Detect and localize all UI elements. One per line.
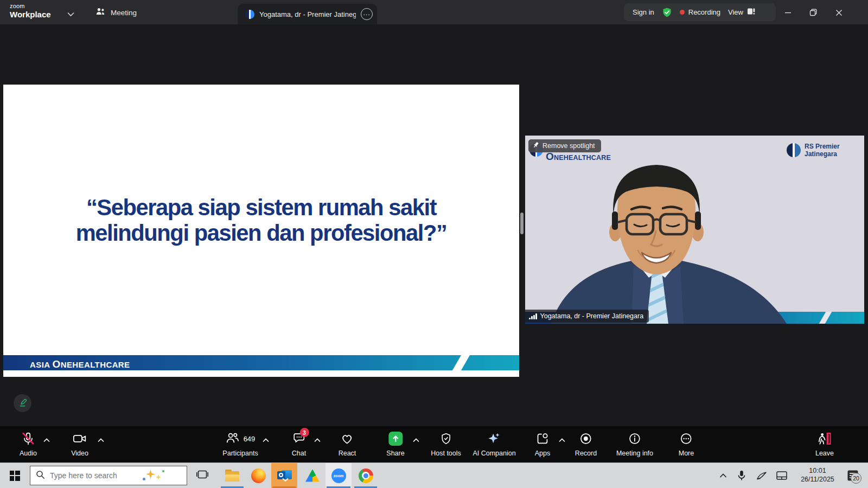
zoom-logo: zoom Workplace: [10, 3, 51, 18]
share-chevron-up-icon[interactable]: [413, 435, 419, 445]
react-label: React: [339, 450, 356, 457]
heart-icon: [340, 432, 354, 446]
apps-label: Apps: [535, 450, 551, 457]
react-button[interactable]: React: [339, 432, 356, 457]
leave-button[interactable]: Leave: [815, 432, 834, 457]
chat-button[interactable]: 3 Chat: [292, 432, 306, 457]
record-button[interactable]: Record: [575, 432, 597, 457]
host-tools-button[interactable]: Host tools: [431, 432, 461, 457]
more-button[interactable]: More: [679, 432, 694, 457]
slide-brand-word1: ASIA: [30, 360, 50, 369]
windows-taskbar: zoom 10:01 26/11/2025: [0, 463, 868, 488]
tab-meeting-label: Meeting: [111, 9, 137, 17]
more-ellipsis-icon: [679, 432, 693, 446]
share-icon: [388, 432, 403, 446]
windows-logo-icon: [10, 471, 20, 481]
pin-icon: [533, 142, 539, 150]
meeting-logo-icon: [245, 10, 254, 19]
search-highlights-sparkles-icon: [142, 468, 170, 483]
search-input[interactable]: [50, 471, 137, 480]
scrollbar-thumb[interactable]: [520, 213, 524, 234]
footer-slash-accent: [452, 355, 470, 370]
taskbar-clock[interactable]: 10:01 26/11/2025: [788, 466, 847, 484]
start-button[interactable]: [5, 463, 24, 488]
people-icon: [95, 7, 106, 18]
audio-label: Audio: [20, 450, 37, 457]
ai-companion-button[interactable]: AI Companion: [473, 432, 515, 457]
shield-icon: [439, 432, 452, 446]
participant-name: Yogatama, dr - Premier Jatinegara: [540, 312, 644, 320]
host-tools-label: Host tools: [431, 450, 461, 457]
hospital-logo: RS Premier Jatinegara: [787, 143, 840, 158]
tray-pen-icon[interactable]: [752, 463, 771, 488]
task-view-button[interactable]: [191, 463, 214, 488]
file-explorer-icon: [225, 470, 239, 481]
close-button[interactable]: [831, 7, 847, 18]
chat-chevron-up-icon[interactable]: [314, 435, 321, 445]
view-label: View: [728, 8, 743, 16]
remove-spotlight-button[interactable]: Remove spotlight: [528, 139, 601, 152]
tab-options-ellipsis-icon[interactable]: ...: [361, 8, 373, 20]
mic-muted-icon: [21, 432, 35, 446]
slide-title: “Seberapa siap sistem rumah sakit melind…: [11, 195, 511, 246]
leave-label: Leave: [815, 450, 834, 457]
signal-bars-icon: [529, 313, 537, 319]
apps-icon: [535, 432, 550, 446]
taskbar-chrome[interactable]: [353, 463, 379, 488]
security-shield-icon[interactable]: [662, 7, 672, 17]
zoom-meeting-window: zoom Workplace Meeting Yogatama, dr - Pr…: [0, 0, 868, 488]
tab-meeting[interactable]: Meeting: [95, 5, 137, 20]
video-chevron-up-icon[interactable]: [98, 435, 104, 445]
audio-button[interactable]: Audio: [20, 432, 37, 457]
participants-button[interactable]: 649 Participants: [222, 432, 258, 457]
zoom-app-icon: zoom: [331, 468, 346, 483]
participants-chevron-up-icon[interactable]: [263, 435, 269, 445]
participants-icon: [226, 431, 240, 447]
video-button[interactable]: Video: [71, 432, 88, 457]
ai-companion-label: AI Companion: [473, 450, 515, 457]
apps-button[interactable]: Apps: [535, 432, 551, 457]
slide-title-line1: “Seberapa siap sistem rumah sakit: [11, 195, 511, 220]
taskbar-search[interactable]: [30, 466, 187, 485]
tab-active-meeting[interactable]: Yogatama, dr - Premier Jatinegara ...: [238, 4, 377, 24]
info-icon: [628, 432, 642, 446]
pencil-icon: [17, 397, 28, 410]
video-label: Video: [71, 450, 88, 457]
leave-icon: [817, 432, 832, 446]
taskbar-file-explorer[interactable]: [219, 463, 245, 488]
spotlight-video-tile[interactable]: ONEHEALTHCARE Remove spotlight RS Premie…: [525, 136, 864, 324]
tray-mic-icon[interactable]: [732, 463, 751, 488]
notification-center-button[interactable]: 20: [841, 463, 865, 488]
taskbar-outlook[interactable]: [271, 463, 297, 488]
tray-time: 10:01: [788, 466, 847, 475]
slide-brand-word2: ONEHEALTHCARE: [52, 358, 130, 370]
audio-chevron-up-icon[interactable]: [43, 435, 50, 445]
onehealthcare-logo-text: ONEHEALTHCARE: [546, 151, 611, 163]
taskbar-firefox[interactable]: [245, 463, 271, 488]
share-label: Share: [386, 450, 404, 457]
firefox-icon: [251, 468, 266, 483]
ai-sparkle-icon: [487, 432, 501, 446]
annotate-button[interactable]: [14, 394, 31, 412]
view-layout-icon: [747, 8, 755, 17]
workspace-chevron-down-icon[interactable]: [67, 9, 74, 19]
sign-in-button[interactable]: Sign in: [633, 8, 654, 16]
record-label: Record: [575, 450, 597, 457]
minimize-button[interactable]: [780, 7, 796, 18]
participants-count: 649: [244, 435, 256, 443]
meeting-info-button[interactable]: Meeting info: [616, 432, 653, 457]
shared-screen-slide: “Seberapa siap sistem rumah sakit melind…: [3, 85, 519, 377]
recording-indicator[interactable]: Recording: [680, 8, 720, 16]
maximize-button[interactable]: [805, 7, 821, 18]
share-button[interactable]: Share: [386, 432, 404, 457]
task-view-icon: [196, 468, 209, 483]
tray-chevron-up-icon[interactable]: [714, 463, 732, 488]
zoom-workspace-label: Workplace: [10, 10, 51, 18]
apps-chevron-up-icon[interactable]: [559, 435, 565, 445]
taskbar-zoom[interactable]: zoom: [326, 463, 352, 488]
google-drive-icon: [305, 470, 320, 482]
view-button[interactable]: View: [728, 8, 755, 17]
taskbar-google-drive[interactable]: [299, 463, 326, 488]
hospital-logo-line2: Jatinegara: [805, 150, 840, 158]
slide-brand: ASIA ONEHEALTHCARE: [30, 358, 130, 370]
